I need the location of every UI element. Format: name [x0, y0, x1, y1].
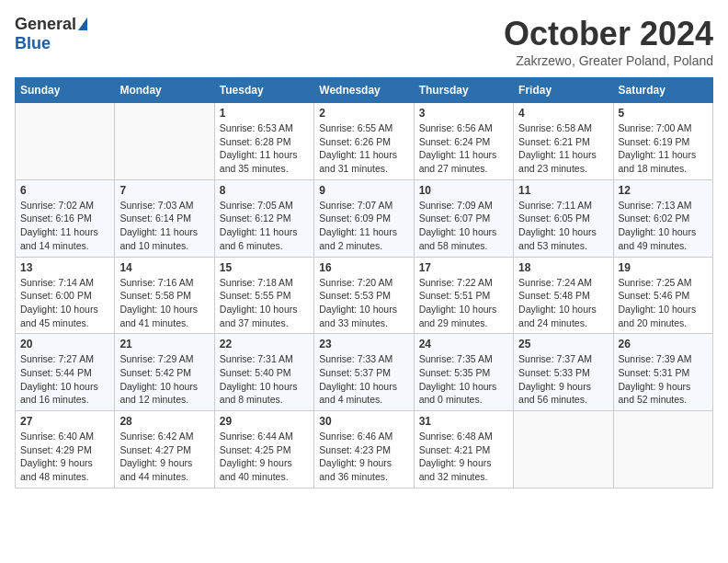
calendar-cell: 23Sunrise: 7:33 AM Sunset: 5:37 PM Dayli… — [314, 334, 414, 411]
calendar-cell: 2Sunrise: 6:55 AM Sunset: 6:26 PM Daylig… — [314, 103, 414, 180]
calendar-cell: 24Sunrise: 7:35 AM Sunset: 5:35 PM Dayli… — [414, 334, 513, 411]
day-info: Sunrise: 7:35 AM Sunset: 5:35 PM Dayligh… — [419, 352, 508, 407]
day-info: Sunrise: 6:46 AM Sunset: 4:23 PM Dayligh… — [319, 430, 408, 484]
day-number: 9 — [319, 184, 408, 197]
calendar-cell — [613, 411, 712, 488]
day-number: 10 — [419, 184, 508, 197]
title-area: October 2024 Zakrzewo, Greater Poland, P… — [504, 15, 713, 68]
calendar-cell: 12Sunrise: 7:13 AM Sunset: 6:02 PM Dayli… — [613, 179, 712, 257]
day-info: Sunrise: 6:48 AM Sunset: 4:21 PM Dayligh… — [419, 430, 508, 484]
day-info: Sunrise: 6:44 AM Sunset: 4:25 PM Dayligh… — [220, 430, 309, 484]
calendar-cell — [115, 103, 214, 180]
day-info: Sunrise: 7:25 AM Sunset: 5:46 PM Dayligh… — [619, 276, 708, 330]
calendar-cell: 22Sunrise: 7:31 AM Sunset: 5:40 PM Dayli… — [214, 334, 313, 411]
day-number: 17 — [419, 261, 508, 274]
day-info: Sunrise: 7:20 AM Sunset: 5:53 PM Dayligh… — [319, 276, 408, 330]
day-number: 20 — [20, 338, 109, 350]
page-header: General Blue October 2024 Zakrzewo, Grea… — [15, 15, 713, 68]
day-number: 30 — [319, 415, 408, 428]
calendar-cell: 16Sunrise: 7:20 AM Sunset: 5:53 PM Dayli… — [314, 257, 414, 334]
calendar-cell: 6Sunrise: 7:02 AM Sunset: 6:16 PM Daylig… — [16, 179, 115, 257]
day-number: 31 — [419, 415, 508, 428]
day-info: Sunrise: 7:05 AM Sunset: 6:12 PM Dayligh… — [220, 199, 309, 253]
calendar-cell: 25Sunrise: 7:37 AM Sunset: 5:33 PM Dayli… — [514, 334, 613, 411]
day-info: Sunrise: 7:02 AM Sunset: 6:16 PM Dayligh… — [20, 199, 109, 253]
day-info: Sunrise: 7:14 AM Sunset: 6:00 PM Dayligh… — [20, 276, 109, 330]
calendar-header-sunday: Sunday — [16, 78, 115, 103]
calendar-row-2: 13Sunrise: 7:14 AM Sunset: 6:00 PM Dayli… — [16, 257, 713, 334]
calendar-cell: 3Sunrise: 6:56 AM Sunset: 6:24 PM Daylig… — [414, 103, 513, 180]
logo-triangle-icon — [78, 17, 87, 30]
calendar-cell: 4Sunrise: 6:58 AM Sunset: 6:21 PM Daylig… — [514, 103, 613, 180]
calendar-cell: 7Sunrise: 7:03 AM Sunset: 6:14 PM Daylig… — [115, 179, 214, 257]
logo-blue: Blue — [15, 34, 51, 53]
day-info: Sunrise: 7:39 AM Sunset: 5:31 PM Dayligh… — [619, 352, 708, 407]
day-number: 26 — [619, 338, 708, 350]
location: Zakrzewo, Greater Poland, Poland — [504, 53, 713, 68]
calendar-row-0: 1Sunrise: 6:53 AM Sunset: 6:28 PM Daylig… — [16, 103, 713, 180]
calendar-header-thursday: Thursday — [414, 78, 513, 103]
day-info: Sunrise: 6:56 AM Sunset: 6:24 PM Dayligh… — [419, 121, 508, 176]
calendar-cell: 18Sunrise: 7:24 AM Sunset: 5:48 PM Dayli… — [514, 257, 613, 334]
day-info: Sunrise: 7:07 AM Sunset: 6:09 PM Dayligh… — [319, 199, 408, 253]
day-info: Sunrise: 7:11 AM Sunset: 6:05 PM Dayligh… — [518, 199, 608, 253]
calendar-cell — [16, 103, 115, 180]
day-info: Sunrise: 6:42 AM Sunset: 4:27 PM Dayligh… — [119, 430, 209, 484]
day-number: 4 — [518, 107, 608, 120]
calendar-header-monday: Monday — [115, 78, 214, 103]
day-info: Sunrise: 6:53 AM Sunset: 6:28 PM Dayligh… — [220, 121, 309, 176]
day-info: Sunrise: 7:27 AM Sunset: 5:44 PM Dayligh… — [20, 352, 109, 407]
day-info: Sunrise: 7:16 AM Sunset: 5:58 PM Dayligh… — [119, 276, 209, 330]
calendar-header-saturday: Saturday — [613, 78, 712, 103]
day-info: Sunrise: 6:58 AM Sunset: 6:21 PM Dayligh… — [518, 121, 608, 176]
day-number: 15 — [220, 261, 309, 274]
day-number: 5 — [619, 107, 708, 120]
day-info: Sunrise: 7:24 AM Sunset: 5:48 PM Dayligh… — [518, 276, 608, 330]
day-info: Sunrise: 7:18 AM Sunset: 5:55 PM Dayligh… — [220, 276, 309, 330]
month-title: October 2024 — [504, 15, 713, 53]
day-number: 24 — [419, 338, 508, 350]
calendar-cell: 21Sunrise: 7:29 AM Sunset: 5:42 PM Dayli… — [115, 334, 214, 411]
calendar-cell: 8Sunrise: 7:05 AM Sunset: 6:12 PM Daylig… — [214, 179, 313, 257]
day-number: 14 — [119, 261, 209, 274]
calendar-cell: 13Sunrise: 7:14 AM Sunset: 6:00 PM Dayli… — [16, 257, 115, 334]
day-info: Sunrise: 7:33 AM Sunset: 5:37 PM Dayligh… — [319, 352, 408, 407]
calendar-cell: 10Sunrise: 7:09 AM Sunset: 6:07 PM Dayli… — [414, 179, 513, 257]
day-number: 13 — [20, 261, 109, 274]
calendar-header-friday: Friday — [514, 78, 613, 103]
day-info: Sunrise: 7:31 AM Sunset: 5:40 PM Dayligh… — [220, 352, 309, 407]
day-info: Sunrise: 7:22 AM Sunset: 5:51 PM Dayligh… — [419, 276, 508, 330]
logo: General Blue — [15, 15, 87, 53]
calendar-cell: 20Sunrise: 7:27 AM Sunset: 5:44 PM Dayli… — [16, 334, 115, 411]
day-info: Sunrise: 7:37 AM Sunset: 5:33 PM Dayligh… — [518, 352, 608, 407]
calendar-row-4: 27Sunrise: 6:40 AM Sunset: 4:29 PM Dayli… — [16, 411, 713, 488]
calendar-cell: 30Sunrise: 6:46 AM Sunset: 4:23 PM Dayli… — [314, 411, 414, 488]
day-number: 16 — [319, 261, 408, 274]
logo-general: General — [15, 15, 76, 34]
calendar-cell: 1Sunrise: 6:53 AM Sunset: 6:28 PM Daylig… — [214, 103, 313, 180]
day-info: Sunrise: 7:29 AM Sunset: 5:42 PM Dayligh… — [119, 352, 209, 407]
calendar-cell: 9Sunrise: 7:07 AM Sunset: 6:09 PM Daylig… — [314, 179, 414, 257]
day-number: 22 — [220, 338, 309, 350]
calendar-cell: 15Sunrise: 7:18 AM Sunset: 5:55 PM Dayli… — [214, 257, 313, 334]
calendar-cell: 31Sunrise: 6:48 AM Sunset: 4:21 PM Dayli… — [414, 411, 513, 488]
day-info: Sunrise: 7:09 AM Sunset: 6:07 PM Dayligh… — [419, 199, 508, 253]
day-info: Sunrise: 6:55 AM Sunset: 6:26 PM Dayligh… — [319, 121, 408, 176]
day-number: 12 — [619, 184, 708, 197]
day-number: 25 — [518, 338, 608, 350]
calendar-cell: 11Sunrise: 7:11 AM Sunset: 6:05 PM Dayli… — [514, 179, 613, 257]
calendar-cell: 29Sunrise: 6:44 AM Sunset: 4:25 PM Dayli… — [214, 411, 313, 488]
day-number: 29 — [220, 415, 309, 428]
day-number: 3 — [419, 107, 508, 120]
calendar-cell: 19Sunrise: 7:25 AM Sunset: 5:46 PM Dayli… — [613, 257, 712, 334]
calendar-cell: 17Sunrise: 7:22 AM Sunset: 5:51 PM Dayli… — [414, 257, 513, 334]
calendar-row-1: 6Sunrise: 7:02 AM Sunset: 6:16 PM Daylig… — [16, 179, 713, 257]
day-number: 1 — [220, 107, 309, 120]
day-number: 2 — [319, 107, 408, 120]
calendar-cell: 26Sunrise: 7:39 AM Sunset: 5:31 PM Dayli… — [613, 334, 712, 411]
day-number: 6 — [20, 184, 109, 197]
day-number: 8 — [220, 184, 309, 197]
day-info: Sunrise: 7:00 AM Sunset: 6:19 PM Dayligh… — [619, 121, 708, 176]
day-number: 19 — [619, 261, 708, 274]
day-info: Sunrise: 7:03 AM Sunset: 6:14 PM Dayligh… — [119, 199, 209, 253]
